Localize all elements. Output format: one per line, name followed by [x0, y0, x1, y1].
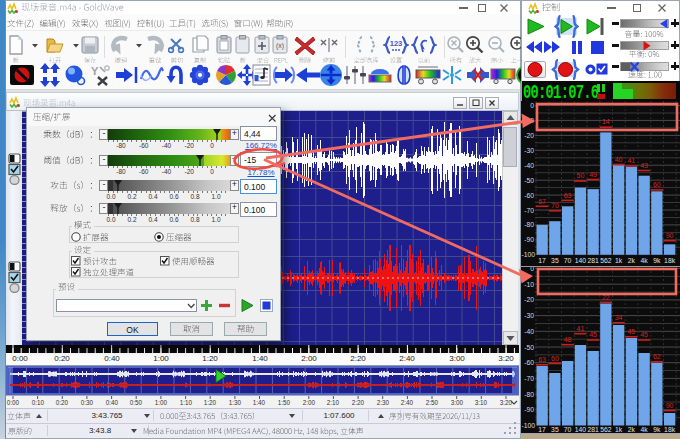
svg-text:35: 35 — [551, 257, 559, 264]
svg-text:41: 41 — [577, 325, 585, 332]
svg-text:-60: -60 — [524, 359, 534, 366]
svg-text:22: 22 — [602, 294, 610, 301]
svg-text:(x): (x) — [276, 42, 284, 50]
svg-text:1k: 1k — [615, 426, 623, 433]
svg-text:63: 63 — [564, 192, 572, 199]
svg-text:70: 70 — [551, 202, 559, 209]
svg-text:562: 562 — [600, 426, 612, 433]
svg-text:-80: -80 — [524, 221, 534, 228]
svg-text:49: 49 — [589, 171, 597, 178]
svg-text:90: 90 — [666, 232, 674, 239]
svg-text:-90: -90 — [524, 406, 534, 413]
svg-text:-10: -10 — [524, 281, 534, 288]
svg-text:18k: 18k — [664, 426, 676, 433]
svg-text:-50: -50 — [524, 344, 534, 351]
svg-text:-40: -40 — [524, 328, 534, 335]
svg-text:48: 48 — [564, 336, 572, 343]
svg-text:-40: -40 — [524, 162, 534, 169]
svg-text:70: 70 — [564, 426, 572, 433]
svg-text:45: 45 — [640, 331, 648, 338]
svg-text:-100: -100 — [521, 422, 535, 429]
svg-text:-20: -20 — [524, 296, 534, 303]
svg-text:-90: -90 — [524, 236, 534, 243]
svg-text:2k: 2k — [628, 426, 636, 433]
svg-text:-80: -80 — [524, 391, 534, 398]
svg-text:43: 43 — [640, 162, 648, 169]
svg-text:90: 90 — [666, 402, 674, 409]
svg-text:0: 0 — [530, 267, 534, 272]
svg-text:14: 14 — [602, 118, 610, 125]
svg-text:4k: 4k — [641, 257, 649, 264]
svg-text:123: 123 — [390, 39, 403, 48]
svg-text:1k: 1k — [615, 257, 623, 264]
svg-text:50: 50 — [577, 172, 585, 179]
svg-text:-30: -30 — [524, 312, 534, 319]
svg-text:18k: 18k — [664, 257, 676, 264]
svg-text:17: 17 — [538, 426, 546, 433]
svg-text:281: 281 — [587, 257, 599, 264]
svg-text:4k: 4k — [641, 426, 649, 433]
svg-text:Y: Y — [91, 65, 99, 77]
svg-text:17: 17 — [538, 257, 546, 264]
svg-text:-50: -50 — [524, 177, 534, 184]
svg-text:34: 34 — [615, 314, 623, 321]
svg-text:70: 70 — [564, 257, 572, 264]
svg-text:-100: -100 — [521, 251, 535, 258]
svg-text:62: 62 — [653, 353, 661, 360]
svg-text:140: 140 — [575, 257, 587, 264]
svg-text:-60: -60 — [524, 192, 534, 199]
svg-text:-10: -10 — [524, 117, 534, 124]
svg-text:35: 35 — [551, 426, 559, 433]
svg-text:562: 562 — [600, 257, 612, 264]
svg-text:9k: 9k — [653, 426, 661, 433]
svg-text:9k: 9k — [653, 257, 661, 264]
svg-text:63: 63 — [538, 356, 546, 363]
svg-text:40: 40 — [615, 156, 623, 163]
svg-text:60: 60 — [653, 181, 661, 188]
svg-text:-70: -70 — [524, 207, 534, 214]
svg-text:-30: -30 — [524, 147, 534, 154]
svg-text:-70: -70 — [524, 375, 534, 382]
svg-text:67: 67 — [538, 198, 546, 205]
svg-text:60: 60 — [551, 355, 559, 362]
svg-text:45: 45 — [627, 328, 635, 335]
svg-text:-20: -20 — [524, 132, 534, 139]
svg-text:2k: 2k — [628, 257, 636, 264]
svg-text:0: 0 — [530, 102, 534, 109]
svg-text:45: 45 — [589, 331, 597, 338]
svg-text:41: 41 — [627, 157, 635, 164]
svg-text:140: 140 — [575, 426, 587, 433]
svg-text:281: 281 — [587, 426, 599, 433]
